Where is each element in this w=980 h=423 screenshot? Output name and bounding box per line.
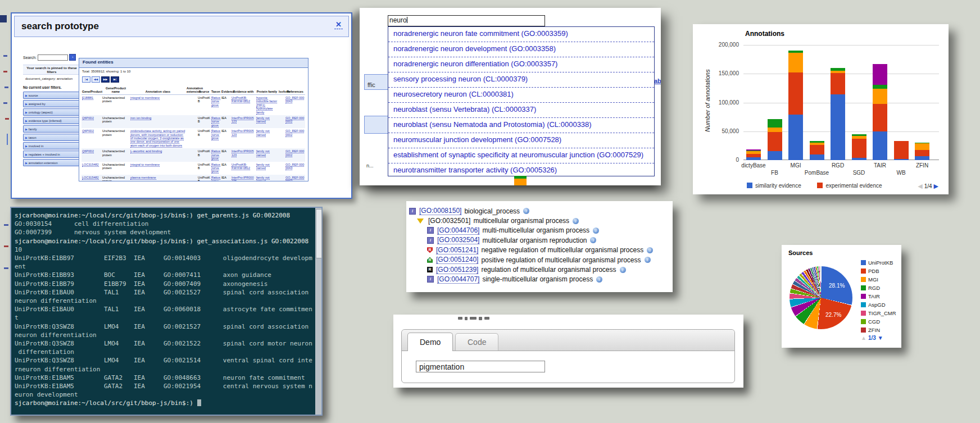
- autocomplete-item[interactable]: noradrenergic neuron fate commitment (GO…: [388, 27, 654, 42]
- cell-link[interactable]: integral to membrane: [130, 163, 160, 167]
- tab-code[interactable]: Code: [455, 333, 498, 351]
- autocomplete-item[interactable]: neuromuscular junction development (GO:0…: [388, 133, 654, 148]
- cell-link[interactable]: UniProtKB-KW:KW-0812: [232, 96, 250, 103]
- go-term-id-link[interactable]: [GO:0044706]: [437, 226, 479, 235]
- scrollbar-thumb[interactable]: [316, 209, 322, 258]
- search-input[interactable]: [38, 54, 68, 61]
- cell-link[interactable]: oxidoreductase activity, acting on paire…: [130, 129, 185, 148]
- cell-link[interactable]: Q6P0D2: [82, 116, 94, 120]
- go-term-id-link[interactable]: [GO:0051241]: [436, 246, 478, 254]
- cell-link[interactable]: UniProtKB-KW:KW-0812: [232, 163, 250, 170]
- cell-link[interactable]: family not named: [256, 163, 270, 170]
- table-cell-gene: LOC315482: [81, 162, 102, 175]
- demo-text-input[interactable]: [416, 361, 545, 372]
- filter-accordion-item[interactable]: ▶involved in: [23, 142, 80, 149]
- cell-link[interactable]: InterPro:IPR000276: [232, 176, 253, 181]
- filter-accordion-item[interactable]: ▶family: [23, 125, 80, 133]
- filter-accordion-item[interactable]: ▶evidence type (inferred): [23, 117, 80, 124]
- y-tick-label: 0: [700, 157, 739, 163]
- search-go-button[interactable]: ›: [69, 54, 76, 61]
- cell-link[interactable]: Rattus norvegicus: [211, 116, 220, 128]
- results-pager-button[interactable]: |◀: [82, 76, 90, 83]
- go-term-id-link[interactable]: [GO:0008150]: [419, 207, 461, 215]
- cell-link[interactable]: InterPro:IPR005123: [232, 116, 253, 124]
- terminal-line: UniProtKB:E1BB97 EIF2B3 IEA GO:0014003 o…: [15, 254, 315, 262]
- cell-link[interactable]: hypoxia-inducible factor (HIF1) hydroxyl…: [256, 96, 277, 115]
- legend-label: PDB: [868, 268, 879, 274]
- filter-accordion-item[interactable]: ▶source: [23, 92, 80, 99]
- info-icon[interactable]: i: [620, 267, 626, 273]
- scrollbar[interactable]: [315, 208, 321, 415]
- autocomplete-item[interactable]: establishment of synaptic specificity at…: [388, 148, 654, 163]
- autocomplete-item[interactable]: sensory processing neuron (CL:0000379): [388, 72, 654, 88]
- filter-accordion-item[interactable]: ▶ontology (aspect): [23, 108, 80, 116]
- cell-link[interactable]: family not named: [256, 116, 270, 124]
- info-icon[interactable]: i: [596, 276, 602, 283]
- cell-link[interactable]: family not named: [256, 129, 270, 137]
- autocomplete-item[interactable]: neurosecretory neuron (CL:0000381): [388, 88, 654, 103]
- cell-link[interactable]: iron ion binding: [130, 116, 151, 120]
- cell-link[interactable]: L-ascorbic acid binding: [130, 149, 162, 153]
- info-icon[interactable]: i: [523, 208, 529, 214]
- go-term-id-link[interactable]: [GO:0044707]: [437, 275, 479, 284]
- cell-link[interactable]: LOC315482: [82, 176, 99, 180]
- cell-link[interactable]: family not named: [256, 176, 270, 181]
- tab-demo[interactable]: Demo: [407, 333, 453, 351]
- cell-link[interactable]: Q6P0D2: [82, 149, 94, 153]
- terminal-window: sjcarbon@moiraine:~/local/src/git/bbop-j…: [10, 207, 323, 416]
- cell-link[interactable]: plasma membrane: [130, 176, 156, 180]
- go-term-id-link[interactable]: [GO:0051240]: [436, 256, 478, 264]
- cell-link[interactable]: GO_REF:0000002: [285, 116, 304, 124]
- cell-link[interactable]: GO_REF:0000002: [285, 149, 304, 157]
- autocomplete-item[interactable]: neuroblast (sensu Nematoda and Protostom…: [388, 118, 654, 133]
- autocomplete-item[interactable]: noradrenergic neuron differentiation (GO…: [388, 57, 654, 72]
- autocomplete-item[interactable]: noradrenergic neuron development (GO:000…: [388, 42, 654, 57]
- cell-link[interactable]: GO_REF:0000002: [285, 129, 304, 137]
- results-pager-button[interactable]: ▶|: [111, 76, 119, 83]
- legend-swatch: [861, 260, 866, 265]
- expanded-node-icon[interactable]: [417, 219, 424, 224]
- pager-up-icon[interactable]: ▲: [861, 335, 866, 341]
- pager-down-icon[interactable]: ▼: [878, 335, 883, 341]
- cell-link[interactable]: InterPro:IPR005123: [232, 129, 253, 137]
- info-icon[interactable]: i: [573, 218, 579, 224]
- cell-link[interactable]: Rattus norvegicus: [211, 163, 220, 174]
- autocomplete-item[interactable]: neuroblast (sensu Vertebrata) (CL:000033…: [388, 103, 654, 118]
- results-pager-button[interactable]: ▶▶: [101, 76, 110, 83]
- cell-link[interactable]: Rattus norvegicus: [211, 149, 220, 161]
- table-cell-refs: GO_REF:0000002: [285, 175, 305, 181]
- cell-link[interactable]: Q6P0D2: [82, 129, 94, 133]
- filter-accordion-item[interactable]: ▶annotation extension: [23, 159, 80, 166]
- table-cell-with: UniProtKB-KW:KW-0812: [231, 162, 256, 175]
- cell-link[interactable]: InterPro:IPR005123: [232, 149, 253, 157]
- cell-link[interactable]: Rattus norvegicus: [211, 96, 220, 107]
- cell-link[interactable]: LOC315482: [82, 163, 99, 167]
- cell-text: IEA: [221, 96, 226, 99]
- filter-accordion-item[interactable]: ▶assigned by: [23, 100, 80, 107]
- results-pager-button[interactable]: ◀◀: [92, 76, 100, 83]
- info-icon[interactable]: i: [590, 237, 596, 243]
- cell-link[interactable]: GO_REF:0000002: [285, 176, 304, 181]
- pager-next-icon[interactable]: ▶: [934, 183, 938, 189]
- filter-accordion-item[interactable]: ▶taxon: [23, 134, 80, 141]
- info-icon[interactable]: i: [593, 228, 599, 234]
- go-term-id-link[interactable]: [GO:0032504]: [437, 236, 479, 244]
- bar-segment: [810, 141, 824, 143]
- cell-link[interactable]: GO_REF:0000043: [285, 163, 304, 170]
- legend-pager: ▲1/3▼: [861, 335, 883, 341]
- autocomplete-input[interactable]: neuro: [388, 15, 545, 26]
- go-term-id-link[interactable]: [GO:0051239]: [436, 266, 478, 274]
- cell-link[interactable]: E1BB81: [82, 96, 93, 100]
- cell-link[interactable]: Rattus norvegicus: [211, 176, 220, 181]
- cell-link[interactable]: integral to membrane: [130, 96, 160, 100]
- close-icon[interactable]: ✕: [334, 20, 343, 29]
- cell-link[interactable]: GO_REF:0000043: [285, 96, 304, 103]
- pager-prev-icon[interactable]: ◀: [918, 183, 922, 189]
- cell-text: IEA: [221, 163, 226, 166]
- filter-accordion-item[interactable]: ▶regulates + involved in: [23, 151, 80, 158]
- info-icon[interactable]: i: [647, 247, 653, 253]
- cell-link[interactable]: family not named: [256, 149, 270, 157]
- autocomplete-item[interactable]: neurotransmitter transporter activity (G…: [388, 163, 654, 176]
- info-icon[interactable]: i: [645, 257, 651, 263]
- cell-link[interactable]: Rattus norvegicus: [211, 129, 220, 140]
